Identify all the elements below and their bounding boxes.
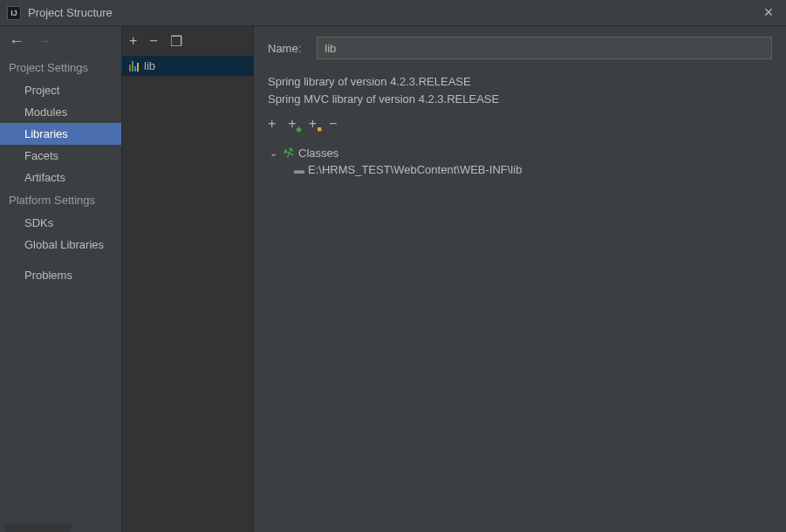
sidebar-item-global-libraries[interactable]: Global Libraries [0, 234, 121, 256]
sidebar-item-facets[interactable]: Facets [0, 145, 121, 167]
description-line-2: Spring MVC library of version 4.2.3.RELE… [268, 91, 772, 108]
tree-node-classes-label: Classes [298, 147, 338, 160]
tree-node-path[interactable]: ▬ E:\HRMS_TEST\WebContent\WEB-INF\lib [294, 161, 772, 178]
sidebar-item-project[interactable]: Project [0, 79, 121, 101]
library-tree: ⌄ ⚒ Classes ▬ E:\HRMS_TEST\WebContent\WE… [270, 144, 772, 178]
sidebar: Project Settings Project Modules Librari… [0, 56, 121, 532]
details-panel: Name: Spring library of version 4.2.3.RE… [254, 26, 786, 532]
description-line-1: Spring library of version 4.2.3.RELEASE [268, 73, 772, 91]
add-item-icon[interactable]: + [268, 116, 276, 132]
sidebar-item-libraries[interactable]: Libraries [0, 123, 121, 145]
sidebar-item-modules[interactable]: Modules [0, 101, 121, 123]
library-list-item[interactable]: lib [122, 56, 253, 76]
name-label: Name: [268, 42, 301, 55]
forward-arrow-icon: → [35, 32, 51, 51]
tree-node-classes[interactable]: ⌄ ⚒ Classes [270, 144, 772, 161]
window-title: Project Structure [28, 6, 758, 19]
library-list-column: + − ❐ lib [121, 26, 254, 532]
horizontal-scrollbar[interactable] [3, 523, 73, 532]
back-arrow-icon[interactable]: ← [9, 32, 24, 51]
hammer-icon: ⚒ [282, 144, 297, 160]
section-platform-settings: Platform Settings [0, 188, 121, 212]
folder-icon: ▬ [294, 164, 304, 176]
library-list-toolbar: + − ❐ [122, 26, 253, 56]
chevron-down-icon[interactable]: ⌄ [270, 147, 280, 159]
add-library-icon[interactable]: + [129, 33, 137, 49]
copy-library-icon[interactable]: ❐ [170, 33, 182, 50]
nav-arrows: ← → [0, 26, 121, 56]
tree-toolbar: + +◆ +■ − [268, 116, 772, 137]
sidebar-item-problems[interactable]: Problems [0, 264, 121, 286]
add-sources-icon[interactable]: +■ [309, 116, 317, 132]
title-bar: IJ Project Structure × [0, 0, 786, 26]
library-list-item-label: lib [144, 59, 155, 72]
section-project-settings: Project Settings [0, 56, 121, 79]
add-classes-icon[interactable]: +◆ [288, 116, 296, 132]
tree-node-path-label: E:\HRMS_TEST\WebContent\WEB-INF\lib [308, 163, 522, 176]
library-icon [129, 61, 139, 72]
app-icon: IJ [7, 6, 21, 20]
sidebar-column: ← → Project Settings Project Modules Lib… [0, 26, 121, 532]
sidebar-item-artifacts[interactable]: Artifacts [0, 167, 121, 188]
sidebar-item-sdks[interactable]: SDKs [0, 212, 121, 234]
remove-library-icon[interactable]: − [149, 33, 157, 49]
remove-item-icon[interactable]: − [329, 116, 337, 132]
close-button[interactable]: × [758, 3, 779, 22]
name-input[interactable] [317, 37, 772, 59]
library-list: lib [122, 56, 253, 532]
